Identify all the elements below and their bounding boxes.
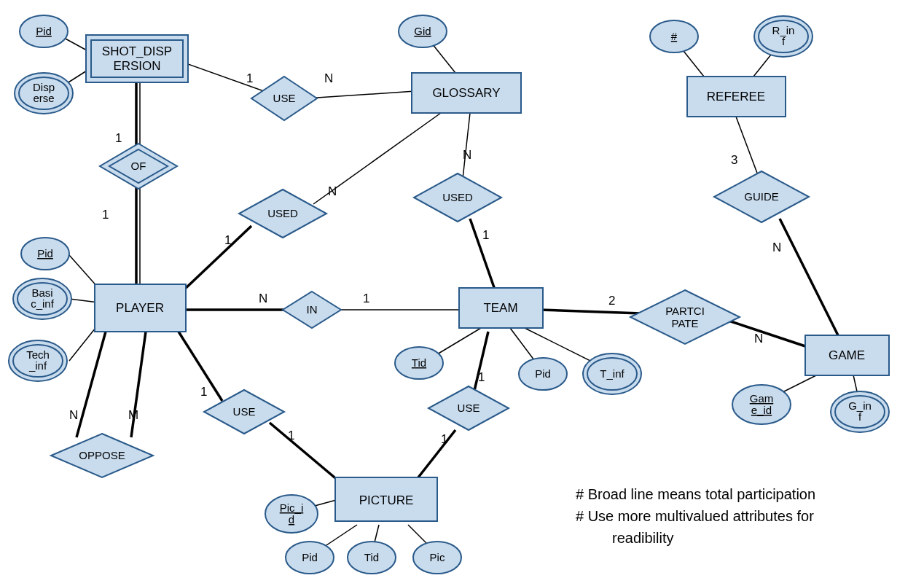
svg-text:PATE: PATE	[672, 317, 699, 329]
svg-text:#: #	[671, 30, 678, 42]
svg-text:ERSION: ERSION	[113, 59, 160, 73]
note-line-3: readibility	[612, 530, 673, 546]
svg-text:TEAM: TEAM	[483, 301, 517, 315]
card: M	[128, 408, 138, 422]
rel-of: OF	[100, 144, 177, 189]
svg-text:USE: USE	[233, 405, 256, 418]
card: N	[259, 292, 267, 305]
svg-text:Pic_i: Pic_i	[280, 501, 304, 514]
attr-pic-tid: Tid	[348, 542, 396, 574]
svg-text:d: d	[289, 513, 294, 526]
card: 1	[246, 71, 253, 85]
card: 2	[608, 294, 615, 308]
entity-picture: PICTURE	[335, 477, 437, 521]
card: 1	[482, 228, 489, 242]
rel-used-pl-gl: USED	[239, 190, 326, 238]
rel-participate: PARTCI PATE	[630, 290, 740, 344]
svg-text:SHOT_DISP: SHOT_DISP	[102, 44, 172, 58]
edge-total	[77, 332, 106, 437]
rel-guide: GUIDE	[714, 171, 809, 222]
attr-sd-disperse: Disp erse	[15, 73, 73, 114]
svg-text:_inf: _inf	[28, 359, 47, 372]
svg-text:Pic: Pic	[430, 551, 445, 563]
edge-total	[474, 332, 488, 394]
attr-sd-pid: Pid	[20, 15, 68, 47]
svg-text:PARTCI: PARTCI	[665, 305, 705, 317]
card: 1	[478, 370, 485, 384]
card: N	[463, 148, 471, 162]
svg-text:GUIDE: GUIDE	[744, 190, 779, 203]
svg-text:c_inf: c_inf	[31, 297, 55, 310]
card: 1	[200, 385, 207, 399]
card: N	[69, 408, 78, 422]
svg-text:Tid: Tid	[412, 356, 426, 369]
attr-tm-tid: Tid	[395, 347, 443, 379]
attr-ref-num: #	[650, 20, 698, 52]
edge	[306, 91, 415, 98]
svg-text:Gid: Gid	[414, 25, 431, 37]
svg-text:PLAYER: PLAYER	[116, 301, 164, 315]
attr-pl-pid: Pid	[21, 238, 69, 270]
svg-text:erse: erse	[33, 92, 54, 104]
attr-gm-id: Gam e_id	[732, 385, 791, 424]
svg-text:REFEREE: REFEREE	[707, 90, 765, 104]
svg-text:e_id: e_id	[751, 404, 772, 416]
rel-used-gl-tm: USED	[414, 173, 501, 222]
attr-pl-tech: Tech _inf	[9, 340, 67, 381]
attr-gm-ginf: G_in f	[831, 391, 889, 432]
attr-pic-pid: Pid	[286, 542, 334, 574]
attr-pic-id: Pic_i d	[265, 495, 318, 533]
attr-pic-pic: Pic	[413, 542, 461, 574]
entity-player: PLAYER	[95, 284, 186, 332]
svg-text:USE: USE	[273, 92, 296, 104]
svg-text:USED: USED	[442, 191, 473, 203]
edge-total	[270, 423, 339, 481]
rel-use-sd-gl: USE	[251, 77, 317, 120]
attr-ref-rinf: R_in f	[754, 16, 813, 57]
rel-use-tm-pic: USE	[428, 386, 509, 430]
svg-text:Gam: Gam	[750, 392, 774, 405]
card: N	[772, 241, 781, 254]
svg-text:OPPOSE: OPPOSE	[79, 449, 125, 461]
svg-text:IN: IN	[307, 303, 318, 316]
entity-team: TEAM	[459, 288, 543, 328]
card: 1	[363, 292, 369, 305]
svg-text:Pid: Pid	[36, 25, 52, 37]
svg-text:Pid: Pid	[535, 367, 551, 380]
edge-total	[729, 321, 805, 346]
svg-text:Pid: Pid	[37, 247, 53, 259]
attr-gl-gid: Gid	[399, 15, 447, 47]
entity-shot-dispersion: SHOT_DISP ERSION	[86, 35, 188, 82]
card: 1	[102, 208, 109, 222]
edge-total	[415, 430, 455, 481]
svg-text:Tid: Tid	[364, 551, 379, 563]
edge	[69, 255, 98, 288]
card: N	[328, 184, 337, 198]
edge-total	[182, 226, 251, 292]
card: 1	[115, 131, 122, 145]
card: 1	[224, 233, 231, 247]
card: 1	[441, 432, 447, 446]
edge	[463, 113, 470, 179]
entity-game: GAME	[805, 335, 889, 375]
svg-text:OF: OF	[131, 160, 146, 172]
rel-use-pl-pic: USE	[204, 390, 284, 434]
attr-tm-pid: Pid	[519, 358, 567, 390]
entity-glossary: GLOSSARY	[412, 73, 521, 113]
svg-text:Pid: Pid	[302, 551, 318, 563]
card: 1	[288, 429, 294, 442]
attr-pl-basic: Basi c_inf	[13, 278, 71, 319]
card: N	[754, 332, 763, 345]
svg-text:GLOSSARY: GLOSSARY	[432, 86, 500, 100]
note-line-2: # Use more multivalued attributes for	[576, 508, 814, 524]
svg-text:T_inf: T_inf	[600, 367, 625, 380]
note-line-1: # Broad line means total participation	[576, 486, 815, 502]
entity-referee: REFEREE	[687, 77, 786, 117]
rel-in: IN	[283, 292, 341, 328]
svg-text:GAME: GAME	[829, 348, 865, 362]
rel-oppose: OPPOSE	[51, 434, 153, 477]
svg-text:PICTURE: PICTURE	[359, 493, 414, 507]
card: 3	[731, 153, 737, 167]
attr-tm-tinf: T_inf	[583, 354, 641, 394]
edge	[736, 117, 758, 175]
